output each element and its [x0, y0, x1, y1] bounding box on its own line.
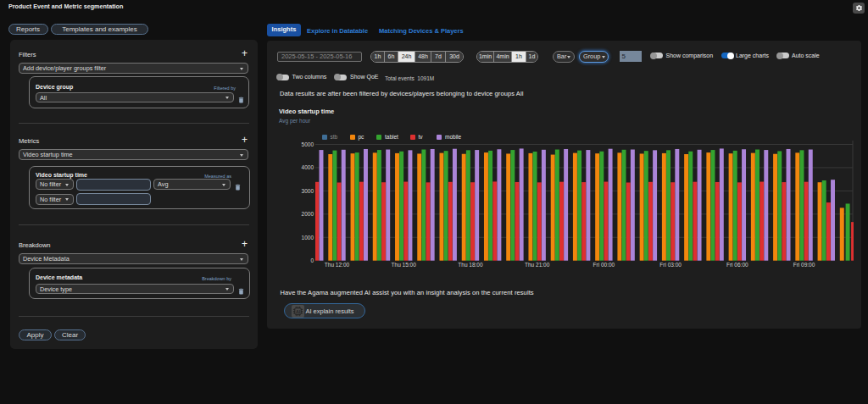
svg-text:AI: AI — [296, 309, 301, 314]
